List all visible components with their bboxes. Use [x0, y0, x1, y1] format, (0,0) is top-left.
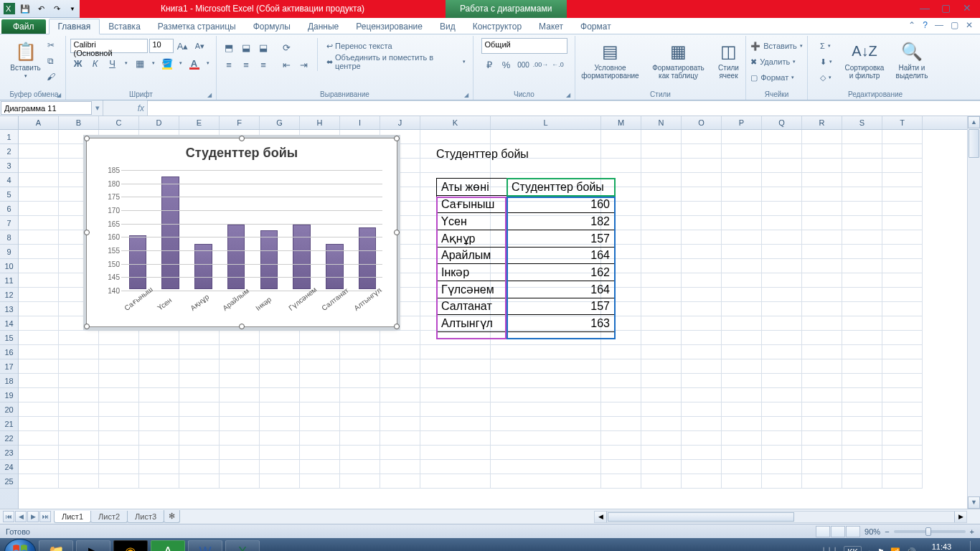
scroll-left-icon[interactable]: ◀ [595, 512, 607, 522]
worksheet-grid[interactable]: ABCDEFGHIJKLMNOPQRST 1234567891011121314… [0, 116, 980, 509]
row-header[interactable]: 21 [0, 417, 18, 431]
sort-filter-button[interactable]: A↓ZСортировка и фильтр [842, 38, 887, 81]
hscroll-thumb[interactable] [608, 512, 794, 522]
col-header[interactable]: P [722, 116, 762, 129]
tab-Данные[interactable]: Данные [299, 19, 347, 34]
tab-Формат[interactable]: Формат [572, 19, 620, 34]
copy-icon[interactable]: ⧉ [44, 54, 58, 68]
tray-clock[interactable]: 11:43 22.12.2016 [922, 542, 964, 551]
orientation-icon[interactable]: ⟳ [278, 39, 294, 55]
conditional-format-button[interactable]: ▤Условное форматирование [576, 38, 645, 81]
increase-decimal-icon[interactable]: .00→ [533, 57, 549, 72]
new-sheet-button[interactable]: ✻ [164, 510, 180, 523]
col-header[interactable]: O [682, 116, 722, 129]
row-header[interactable]: 24 [0, 460, 18, 474]
number-format-select[interactable]: Общий [481, 38, 567, 54]
qat-dropdown-icon[interactable]: ▼ [65, 1, 80, 16]
taskbar-aimp-icon[interactable]: ◉ [113, 540, 148, 551]
tab-Вставка[interactable]: Вставка [100, 19, 149, 34]
redo-icon[interactable]: ↷ [50, 1, 64, 16]
dialog-launcher-icon[interactable]: ◢ [566, 92, 570, 98]
dialog-launcher-icon[interactable]: ◢ [464, 92, 468, 98]
border-dropdown-icon[interactable]: ▾ [149, 55, 158, 71]
taskbar-word-icon[interactable]: W [188, 540, 222, 551]
close-icon[interactable]: ✕ [963, 2, 976, 14]
font-color-dropdown-icon[interactable]: ▾ [204, 55, 212, 71]
decrease-indent-icon[interactable]: ⇤ [278, 57, 294, 72]
tab-Разметка страницы[interactable]: Разметка страницы [149, 19, 245, 34]
merge-center-button[interactable]: ⬌Объединить и поместить в центре▾ [324, 54, 468, 70]
wrap-text-button[interactable]: ↩Перенос текста [324, 38, 468, 54]
tab-Вид[interactable]: Вид [431, 19, 464, 34]
increase-indent-icon[interactable]: ⇥ [296, 57, 311, 72]
autosum-button[interactable]: Σ▾ [817, 38, 839, 54]
sheet-prev-icon[interactable]: ◀ [15, 511, 27, 522]
zoom-thumb[interactable] [925, 527, 931, 536]
col-header[interactable]: A [19, 116, 59, 129]
tab-Конструктор[interactable]: Конструктор [464, 19, 530, 34]
sheet-tab[interactable]: Лист3 [127, 511, 164, 523]
tab-Макет[interactable]: Макет [530, 19, 572, 34]
col-header[interactable]: F [220, 116, 260, 129]
taskbar-mediaplayer-icon[interactable]: ▶ [76, 540, 110, 551]
normal-view-icon[interactable] [816, 526, 830, 537]
save-icon[interactable]: 💾 [18, 1, 32, 16]
col-header[interactable]: B [59, 116, 99, 129]
row-header[interactable]: 6 [0, 202, 18, 216]
tray-network-icon[interactable]: 📶 [890, 547, 900, 552]
show-desktop-button[interactable] [970, 541, 976, 551]
row-header[interactable]: 13 [0, 302, 18, 316]
tab-Рецензирование[interactable]: Рецензирование [347, 19, 431, 34]
col-header[interactable]: I [340, 116, 380, 129]
row-header[interactable]: 23 [0, 446, 18, 460]
page-break-view-icon[interactable] [846, 526, 860, 537]
underline-dropdown-icon[interactable]: ▾ [122, 55, 131, 71]
row-header[interactable]: 25 [0, 474, 18, 489]
help-icon[interactable]: ? [923, 20, 928, 30]
percent-icon[interactable]: % [499, 57, 514, 72]
align-right-icon[interactable]: ≡ [255, 57, 271, 72]
fx-icon[interactable]: fx [138, 103, 144, 113]
start-button[interactable] [4, 539, 36, 551]
zoom-in-icon[interactable]: + [970, 527, 974, 536]
column-headers[interactable]: ABCDEFGHIJKLMNOPQRST [19, 116, 967, 130]
border-icon[interactable]: ▦ [132, 55, 148, 71]
minimize-ribbon-icon[interactable]: ⌃ [908, 20, 915, 30]
dialog-launcher-icon[interactable]: ◢ [207, 92, 212, 98]
align-left-icon[interactable]: ≡ [221, 57, 237, 72]
row-header[interactable]: 11 [0, 273, 18, 288]
row-header[interactable]: 9 [0, 245, 18, 259]
format-as-table-button[interactable]: ▦Форматировать как таблицу [648, 38, 710, 81]
language-indicator[interactable]: KK [844, 546, 862, 551]
align-bottom-icon[interactable]: ⬓ [255, 39, 271, 55]
row-headers[interactable]: 1234567891011121314151617181920212223242… [0, 130, 19, 509]
cells-area[interactable]: Студенттер бойы Аты жөніСтуденттер бойыС… [19, 130, 967, 509]
align-middle-icon[interactable]: ⬓ [238, 39, 254, 55]
decrease-decimal-icon[interactable]: ←.0 [550, 57, 566, 72]
decrease-font-icon[interactable]: A▾ [192, 38, 208, 54]
sheet-tab[interactable]: Лист2 [90, 511, 128, 523]
namebox-dropdown-icon[interactable]: ▾ [93, 100, 103, 116]
col-header[interactable]: L [491, 116, 601, 129]
col-header[interactable]: K [420, 116, 491, 129]
dialog-launcher-icon[interactable]: ◢ [57, 92, 61, 98]
col-header[interactable]: Q [762, 116, 802, 129]
row-header[interactable]: 5 [0, 187, 18, 202]
align-center-icon[interactable]: ≡ [238, 57, 254, 72]
font-color-icon[interactable]: A [187, 55, 202, 71]
sheet-next-icon[interactable]: ▶ [27, 511, 39, 522]
comma-icon[interactable]: 000 [516, 57, 532, 72]
row-header[interactable]: 2 [0, 144, 18, 159]
row-header[interactable]: 15 [0, 331, 18, 345]
col-header[interactable]: N [641, 116, 682, 129]
row-header[interactable]: 4 [0, 173, 18, 187]
row-header[interactable]: 10 [0, 259, 18, 273]
col-header[interactable]: E [179, 116, 220, 129]
select-all-corner[interactable] [0, 116, 19, 130]
taskbar-app-icon[interactable]: A [151, 540, 185, 551]
cut-icon[interactable]: ✂ [44, 38, 58, 52]
delete-cells-button[interactable]: ✖Удалить▾ [748, 54, 806, 70]
row-header[interactable]: 16 [0, 345, 18, 359]
vertical-scrollbar[interactable]: ▲ ▼ [967, 116, 980, 509]
font-size-select[interactable]: 10 [149, 39, 174, 53]
